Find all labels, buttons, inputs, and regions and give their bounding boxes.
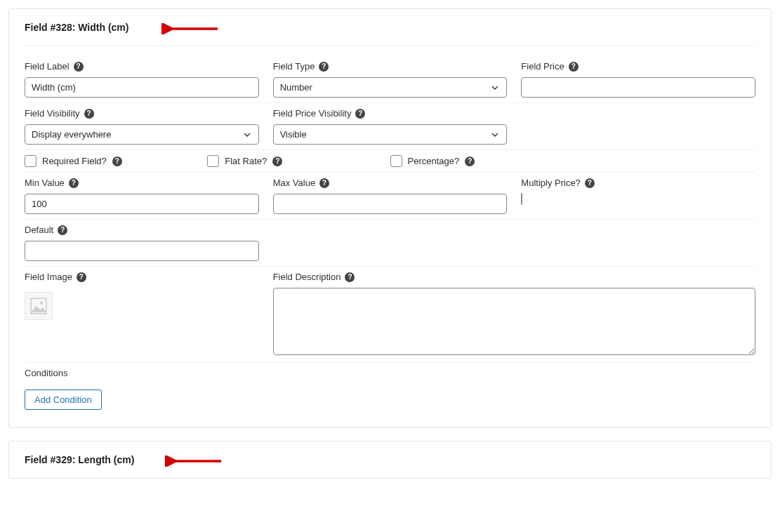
- flat-rate-checkbox[interactable]: [207, 155, 219, 167]
- chevron-down-icon: [491, 84, 499, 92]
- help-icon[interactable]: ?: [319, 62, 329, 72]
- field-label-group: Field Label ?: [25, 61, 259, 98]
- max-value-group: Max Value ?: [273, 178, 508, 214]
- default-input[interactable]: [25, 241, 259, 261]
- svg-point-2: [40, 302, 43, 305]
- field-type-value: Number: [280, 82, 312, 93]
- chevron-down-icon: [243, 131, 251, 139]
- multiply-price-group: Multiply Price? ?: [521, 178, 755, 214]
- field-description-textarea[interactable]: [273, 288, 755, 355]
- percentage-item: Percentage? ?: [390, 155, 573, 167]
- percentage-label: Percentage?: [408, 156, 460, 166]
- field-image-group: Field Image ?: [25, 272, 259, 357]
- field-price-visibility-value: Visible: [280, 129, 307, 140]
- min-value-label: Min Value: [25, 178, 65, 188]
- required-field-item: Required Field? ?: [25, 155, 207, 167]
- annotation-arrow: [161, 23, 219, 36]
- help-icon[interactable]: ?: [585, 178, 595, 188]
- required-field-checkbox[interactable]: [25, 155, 37, 167]
- panel-header: Field #328: Width (cm): [25, 22, 755, 46]
- default-group: Default ?: [25, 225, 259, 261]
- required-field-label: Required Field?: [42, 156, 107, 166]
- add-condition-button[interactable]: Add Condition: [25, 390, 102, 410]
- panel-header: Field #329: Length (cm): [25, 454, 755, 465]
- help-icon[interactable]: ?: [569, 62, 579, 72]
- field-price-group: Field Price ?: [521, 61, 755, 98]
- conditions-label: Conditions: [25, 368, 755, 378]
- panel-title: Field #328: Width (cm): [25, 22, 128, 33]
- field-type-select[interactable]: Number: [273, 77, 508, 98]
- max-value-label: Max Value: [273, 178, 315, 188]
- help-icon[interactable]: ?: [355, 109, 365, 119]
- field-visibility-group: Field Visibility ? Display everywhere: [25, 108, 259, 145]
- flat-rate-label: Flat Rate?: [225, 156, 267, 166]
- field-price-visibility-group: Field Price Visibility ? Visible: [273, 108, 508, 145]
- chevron-down-icon: [491, 131, 499, 139]
- min-value-input[interactable]: [25, 194, 259, 214]
- field-type-label: Field Type: [273, 61, 315, 72]
- field-visibility-value: Display everywhere: [32, 129, 111, 140]
- field-price-visibility-label: Field Price Visibility: [273, 108, 352, 119]
- help-icon[interactable]: ?: [345, 272, 355, 282]
- field-price-label: Field Price: [521, 61, 564, 72]
- help-icon[interactable]: ?: [77, 272, 86, 282]
- field-description-group: Field Description ?: [273, 272, 755, 357]
- multiply-price-checkbox[interactable]: [521, 193, 522, 205]
- image-placeholder[interactable]: [25, 292, 53, 320]
- help-icon[interactable]: ?: [465, 157, 475, 166]
- field-panel-329: Field #329: Length (cm): [8, 441, 772, 479]
- field-price-input[interactable]: [521, 77, 755, 98]
- min-value-group: Min Value ?: [25, 178, 259, 214]
- panel-title: Field #329: Length (cm): [25, 454, 134, 465]
- default-label: Default: [25, 225, 53, 235]
- help-icon[interactable]: ?: [112, 157, 122, 166]
- percentage-checkbox[interactable]: [390, 155, 402, 167]
- field-image-label: Field Image: [25, 272, 72, 282]
- field-panel-328: Field #328: Width (cm) Field Label ?: [8, 8, 772, 428]
- help-icon[interactable]: ?: [69, 178, 79, 188]
- field-price-visibility-select[interactable]: Visible: [273, 124, 508, 145]
- field-label-label: Field Label: [25, 61, 70, 72]
- help-icon[interactable]: ?: [84, 109, 94, 119]
- annotation-arrow: [165, 455, 223, 469]
- field-visibility-select[interactable]: Display everywhere: [25, 124, 259, 145]
- multiply-price-label: Multiply Price?: [521, 178, 581, 188]
- help-icon[interactable]: ?: [74, 62, 84, 72]
- max-value-input[interactable]: [273, 194, 508, 214]
- flat-rate-item: Flat Rate? ?: [207, 155, 390, 167]
- image-icon: [29, 297, 48, 315]
- help-icon[interactable]: ?: [319, 178, 329, 188]
- help-icon[interactable]: ?: [58, 225, 67, 235]
- field-label-input[interactable]: [25, 77, 259, 98]
- help-icon[interactable]: ?: [272, 157, 282, 166]
- field-type-group: Field Type ? Number: [273, 61, 508, 98]
- field-visibility-label: Field Visibility: [25, 108, 80, 119]
- field-description-label: Field Description: [273, 272, 341, 282]
